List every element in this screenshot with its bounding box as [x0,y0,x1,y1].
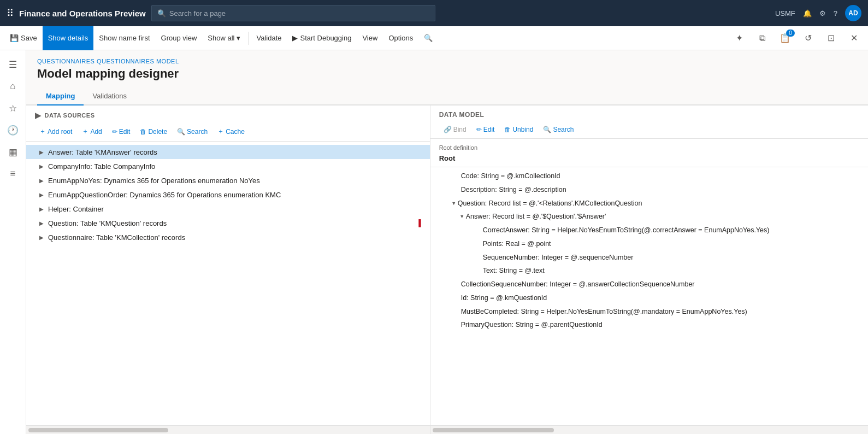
grid-icon[interactable]: ⠿ [7,7,14,19]
top-nav-right: USMF 🔔 ⚙ ? AD [775,5,861,21]
search-icon: 🔍 [177,128,185,136]
main-layout: ☰ ⌂ ☆ 🕐 ▦ ≡ QUESTIONNAIRES QUESTIONNAIRE… [0,50,868,434]
sidebar-modules-icon[interactable]: ≡ [3,164,23,184]
root-label[interactable]: Root [430,152,868,167]
search-button[interactable]: 🔍 Search [173,126,212,137]
model-item-text[interactable]: Text: String = @.text [430,264,868,278]
help-icon[interactable]: ? [834,9,837,17]
settings-icon[interactable]: ⚙ [819,9,826,17]
cmd-right: ✦ ⧉ 📋 0 ↺ ⊡ ✕ [729,28,864,48]
model-item-must-complete[interactable]: MustBeCompleted: String = Helper.NoYesEn… [430,305,868,319]
expand-icon: ▶ [37,219,46,227]
top-navigation: ⠿ Finance and Operations Preview 🔍 Searc… [0,0,868,26]
expand-icon: ▶ [37,204,46,213]
notification-badge-btn[interactable]: 📋 0 [775,28,795,48]
sidebar-workspaces-icon[interactable]: ▦ [3,142,23,162]
edit-button[interactable]: ✏ Edit [108,126,135,137]
close-icon-btn[interactable]: ✕ [844,28,864,48]
right-pane-toolbar: 🔗 Bind ✏ Edit 🗑 Unbind 🔍 Search [430,122,868,139]
notification-count: 0 [786,30,795,37]
tree-item-enumappquestionorder[interactable]: ▶ EnumAppQuestionOrder: Dynamics 365 for… [26,187,430,202]
divider [248,32,249,45]
model-item-correct-answer[interactable]: CorrectAnswer: String = Helper.NoYesEnum… [430,224,868,237]
bind-icon: 🔗 [444,126,452,133]
add-icon: ＋ [82,127,88,136]
notification-icon[interactable]: 🔔 [803,9,812,17]
content-area: QUESTIONNAIRES QUESTIONNAIRES MODEL Mode… [26,50,868,434]
show-details-button[interactable]: Show details [43,26,94,50]
tab-mapping[interactable]: Mapping [37,87,84,105]
model-item-id[interactable]: Id: String = @.kmQuestionId [430,291,868,305]
left-pane-toolbar: ＋ Add root ＋ Add ✏ Edit 🗑 Delete [26,123,430,142]
sidebar-menu-icon[interactable]: ☰ [3,55,23,74]
expand-icon: ▶ [37,162,46,171]
expand-icon: ▶ [37,233,46,242]
tree-item-question[interactable]: ▶ Question: Table 'KMQuestion' records ▐ [26,216,430,230]
group-view-button[interactable]: Group view [156,26,203,50]
user-avatar[interactable]: AD [845,5,861,21]
search-toggle-button[interactable]: 🔍 [418,26,438,50]
tree-item-answer[interactable]: ▶ Answer: Table 'KMAnswer' records [26,145,430,159]
app-title: Finance and Operations Preview [19,9,146,18]
tree-item-helper[interactable]: ▶ Helper: Container [26,202,430,216]
model-item-primary-question[interactable]: PrimaryQuestion: String = @.parentQuesti… [430,318,868,332]
collapse-icon: ▼ [458,212,466,221]
sidebar-favorites-icon[interactable]: ☆ [3,98,23,118]
options-button[interactable]: Options [383,26,418,50]
username-label: USMF [775,9,795,17]
page-header: QUESTIONNAIRES QUESTIONNAIRES MODEL Mode… [26,50,868,87]
model-item-collection-seq[interactable]: CollectionSequenceNumber: Integer = @.an… [430,278,868,291]
breadcrumb: QUESTIONNAIRES QUESTIONNAIRES MODEL [37,58,857,64]
model-item-points[interactable]: Points: Real = @.point [430,237,868,251]
error-indicator: ▐ [416,219,421,227]
edit-icon: ✏ [112,128,117,136]
expand-icon: ▶ [37,176,46,185]
global-search-box[interactable]: 🔍 Search for a page [151,5,435,21]
personalize-icon-btn[interactable]: ✦ [729,28,749,48]
search-model-button[interactable]: 🔍 Search [539,124,578,135]
tab-validations[interactable]: Validations [84,87,135,105]
open-in-new-icon-btn[interactable]: ⧉ [752,28,772,48]
validate-button[interactable]: Validate [251,26,287,50]
show-name-first-button[interactable]: Show name first [93,26,155,50]
horizontal-scrollbar-thumb-right[interactable] [433,428,554,432]
sidebar-home-icon[interactable]: ⌂ [3,77,23,96]
sidebar-recent-icon[interactable]: 🕐 [3,120,23,140]
start-debugging-button[interactable]: ▶ Start Debugging [287,26,357,50]
page-title: Model mapping designer [37,67,857,81]
two-pane: ▶ DATA SOURCES ＋ Add root ＋ Add ✏ Edit [26,105,868,434]
add-root-button[interactable]: ＋ Add root [35,125,76,138]
left-pane-scrollbar[interactable] [26,425,430,434]
bind-button[interactable]: 🔗 Bind [439,124,471,135]
tree-item-enumappnoyes[interactable]: ▶ EnumAppNoYes: Dynamics 365 for Operati… [26,173,430,187]
expand-all-icon[interactable]: ▶ [35,111,42,120]
horizontal-scrollbar-thumb[interactable] [28,428,168,432]
model-item-question[interactable]: ▼ Question: Record list = @.'<Relations'… [430,197,868,210]
model-item-answer[interactable]: ▼ Answer: Record list = @.'$Question'.'$… [430,210,868,224]
data-model-tree: Root definition Root Code: String = @.km… [430,139,868,425]
right-pane: DATA MODEL 🔗 Bind ✏ Edit 🗑 Unbind [430,105,868,434]
show-all-button[interactable]: Show all ▾ [202,26,246,50]
tree-item-companyinfo[interactable]: ▶ CompanyInfo: Table CompanyInfo [26,159,430,173]
cache-icon: ＋ [217,127,224,136]
delete-icon: 🗑 [140,128,146,136]
refresh-icon-btn[interactable]: ↺ [798,28,818,48]
save-icon: 💾 [10,34,19,42]
tree-item-questionnaire[interactable]: ▶ Questionnaire: Table 'KMCollection' re… [26,230,430,244]
model-item-code[interactable]: Code: String = @.kmCollectionId [430,169,868,183]
detach-icon-btn[interactable]: ⊡ [821,28,841,48]
search-icon: 🔍 [424,34,433,42]
search-placeholder: Search for a page [169,9,226,17]
save-button[interactable]: 💾 Save [4,26,43,50]
cache-button[interactable]: ＋ Cache [213,125,249,138]
unbind-button[interactable]: 🗑 Unbind [500,124,538,135]
model-item-description[interactable]: Description: String = @.description [430,183,868,197]
model-item-sequence-number[interactable]: SequenceNumber: Integer = @.sequenceNumb… [430,251,868,265]
delete-button[interactable]: 🗑 Delete [135,126,172,137]
command-bar: 💾 Save Show details Show name first Grou… [0,26,868,50]
add-button[interactable]: ＋ Add [78,125,106,138]
view-button[interactable]: View [357,26,383,50]
right-pane-scrollbar[interactable] [430,425,868,434]
edit-model-button[interactable]: ✏ Edit [472,124,499,135]
search-icon: 🔍 [543,126,551,133]
